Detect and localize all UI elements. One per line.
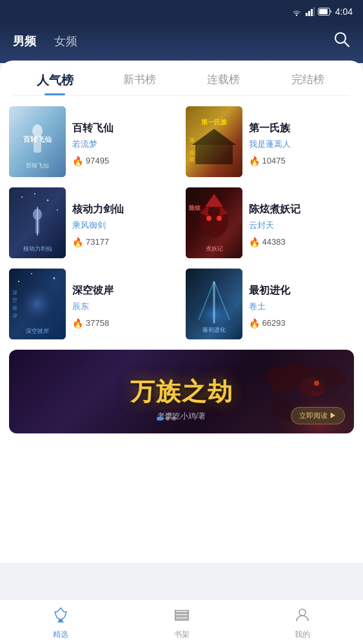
svg-text:第: 第: [190, 137, 195, 143]
book-info-1: 百转飞仙 若流梦 🔥 97495: [72, 106, 178, 177]
book-cover-image-2: 第一氏族 第 一 氏 族: [186, 106, 242, 177]
fire-icon-5: 🔥: [72, 318, 83, 328]
book-author-5: 辰东: [72, 301, 178, 312]
banner-read-button[interactable]: 立即阅读 ▶: [291, 407, 345, 424]
book-title-6: 最初进化: [249, 284, 355, 298]
wifi-icon: [291, 7, 302, 16]
svg-text:氏: 氏: [190, 150, 195, 156]
book-title-3: 核动力剑仙: [72, 203, 178, 216]
nav-male[interactable]: 男频: [13, 31, 36, 52]
book-cover-image-6: 最初进化: [186, 269, 242, 339]
svg-point-24: [34, 193, 35, 194]
svg-point-42: [54, 278, 55, 279]
svg-text:核动力剑仙: 核动力剑仙: [23, 245, 52, 252]
book-heat-value-2: 10475: [262, 156, 286, 166]
svg-line-7: [344, 42, 349, 46]
svg-text:族: 族: [190, 156, 195, 162]
dot-1: [157, 417, 163, 421]
svg-point-43: [31, 273, 32, 274]
svg-rect-5: [319, 9, 328, 14]
status-bar: 4:04: [0, 0, 363, 23]
nav-item-featured[interactable]: 精选: [0, 604, 121, 640]
book-info-6: 最初进化 卷土 🔥 66293: [249, 269, 355, 339]
dot-2: [166, 417, 170, 421]
svg-text:煮妖记: 煮妖记: [205, 245, 222, 252]
bookshelf-icon: [173, 607, 190, 627]
banner-dots: [157, 417, 176, 421]
nav-item-profile[interactable]: 我的: [242, 604, 363, 640]
book-cover-4: 陈炫 煮妖记: [186, 187, 242, 258]
svg-point-22: [21, 196, 23, 198]
banner-content: 万族之劫: [130, 375, 233, 408]
svg-text:深空彼岸: 深空彼岸: [26, 328, 49, 334]
book-heat-value-5: 37758: [86, 318, 109, 328]
book-item-6[interactable]: 最初进化 最初进化 卷土 🔥 66293: [186, 269, 355, 339]
book-item-4[interactable]: 陈炫 煮妖记 陈炫煮妖记 云封天 🔥 44383: [186, 187, 355, 258]
svg-rect-0: [306, 13, 308, 16]
svg-rect-62: [175, 617, 188, 619]
svg-text:最初进化: 最初进化: [202, 327, 226, 333]
battery-icon: [318, 8, 332, 15]
nav-female[interactable]: 女频: [54, 31, 77, 52]
book-cover-image-1: 百转飞仙 百转飞仙: [9, 106, 66, 177]
book-title-1: 百转飞仙: [72, 122, 178, 135]
book-list: 百转飞仙 百转飞仙 百转飞仙 若流梦 🔥 97495: [0, 96, 363, 339]
fire-icon-1: 🔥: [72, 156, 83, 166]
svg-rect-59: [57, 621, 64, 623]
book-info-5: 深空彼岸 辰东 🔥 37758: [72, 269, 178, 339]
svg-point-40: [15, 281, 60, 327]
main-content: 人气榜 新书榜 连载榜 完结榜: [0, 61, 363, 563]
book-row-1: 百转飞仙 百转飞仙 百转飞仙 若流梦 🔥 97495: [9, 106, 354, 177]
book-row-2: 核动力剑仙 核动力剑仙 乘风御剑 🔥 73177: [9, 187, 354, 258]
nav-label-profile: 我的: [295, 629, 310, 640]
book-author-4: 云封天: [249, 220, 355, 231]
book-item-3[interactable]: 核动力剑仙 核动力剑仙 乘风御剑 🔥 73177: [9, 187, 178, 258]
book-info-3: 核动力剑仙 乘风御剑 🔥 73177: [72, 187, 178, 258]
nav-item-bookshelf[interactable]: 书架: [121, 604, 242, 640]
trophy-icon: [52, 607, 69, 627]
book-heat-6: 🔥 66293: [249, 318, 355, 328]
book-cover-image-4: 陈炫 煮妖记: [186, 187, 242, 258]
book-title-4: 陈炫煮妖记: [249, 203, 355, 216]
tab-popular[interactable]: 人气榜: [13, 72, 97, 95]
tab-completed[interactable]: 完结榜: [266, 72, 350, 95]
book-item-2[interactable]: 第一氏族 第 一 氏 族 第一氏族 我是蓬蒿人 🔥 10475: [186, 106, 355, 177]
svg-point-25: [57, 209, 58, 211]
svg-point-41: [18, 281, 19, 282]
book-heat-1: 🔥 97495: [72, 156, 178, 166]
svg-point-66: [299, 609, 306, 616]
svg-text:彼: 彼: [12, 305, 17, 311]
fire-icon-4: 🔥: [249, 237, 260, 247]
banner[interactable]: 万族之劫 老鹰吃小鸡/著 立即阅读 ▶: [9, 350, 354, 433]
book-item-1[interactable]: 百转飞仙 百转飞仙 百转飞仙 若流梦 🔥 97495: [9, 106, 178, 177]
svg-rect-3: [313, 7, 315, 16]
svg-text:第一氏族: 第一氏族: [201, 118, 228, 126]
svg-rect-14: [195, 145, 233, 164]
book-cover-6: 最初进化: [186, 269, 242, 339]
book-heat-4: 🔥 44383: [249, 237, 355, 247]
book-cover-image-3: 核动力剑仙: [9, 187, 66, 258]
svg-rect-2: [311, 9, 313, 16]
book-cover-1: 百转飞仙 百转飞仙: [9, 106, 66, 177]
book-heat-3: 🔥 73177: [72, 237, 178, 247]
tab-new[interactable]: 新书榜: [97, 72, 182, 95]
signal-icon: [306, 7, 315, 16]
svg-text:一: 一: [190, 144, 195, 149]
search-icon[interactable]: [333, 31, 350, 52]
fire-icon-6: 🔥: [249, 318, 260, 328]
nav-label-bookshelf: 书架: [174, 629, 190, 640]
book-cover-5: 深 空 彼 岸 深空彼岸: [9, 269, 66, 339]
tab-ongoing[interactable]: 连载榜: [182, 72, 266, 95]
svg-rect-58: [59, 620, 63, 621]
svg-text:百转飞仙: 百转飞仙: [26, 162, 49, 169]
svg-rect-60: [175, 611, 188, 612]
svg-text:岸: 岸: [12, 313, 17, 319]
bottom-nav: 精选 书架 我的: [0, 599, 363, 644]
status-time: 4:04: [335, 6, 353, 17]
svg-point-31: [200, 202, 228, 238]
nav-label-featured: 精选: [53, 629, 68, 640]
tabs: 人气榜 新书榜 连载榜 完结榜: [0, 61, 363, 95]
svg-text:深: 深: [12, 290, 17, 296]
book-item-5[interactable]: 深 空 彼 岸 深空彼岸 深空彼岸 辰东 🔥 37758: [9, 269, 178, 339]
svg-text:陈炫: 陈炫: [189, 205, 201, 211]
